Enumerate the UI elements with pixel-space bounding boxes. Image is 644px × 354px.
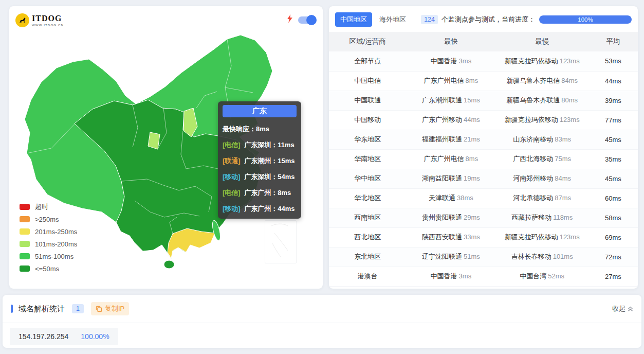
node-latency: 15ms [278,157,295,165]
node-latency: 11ms [278,141,295,149]
cell-average: 72ms [588,247,638,267]
cell-average: 77ms [588,110,638,130]
tooltip-isp-line: [移动] 广东深圳：54ms [223,172,297,182]
tooltip-fastest-line: 最快响应：8ms [223,125,297,134]
cell-region: 华北地区 [329,188,406,208]
node-latency: 54ms [278,173,295,181]
cell-fastest: 贵州贵阳联通29ms [406,208,495,227]
cell-slowest: 中国台湾52ms [496,267,588,286]
copy-ip-button[interactable]: 复制IP [91,302,129,315]
col-slowest: 最慢 [496,32,588,51]
itdog-logo[interactable]: ITDOG WWW.ITDOG.CN [15,13,64,27]
logo-title: ITDOG [32,14,64,23]
node-name: 广东潮州： [244,157,278,165]
legend-label: 101ms-200ms [35,240,77,248]
cell-fastest: 辽宁沈阳联通51ms [406,247,495,267]
isp-tag: [移动] [223,173,241,181]
cell-average: 44ms [588,71,638,91]
latency-legend: 超时 >250ms 201ms-250ms 101ms-200ms 51ms-1… [20,201,77,275]
tab-china-region[interactable]: 中国地区 [335,12,372,27]
toggle-knob [306,15,317,25]
cell-region: 东北地区 [329,247,406,267]
cell-slowest: 西藏拉萨移动118ms [496,208,588,227]
progress-bar: 100% [539,15,632,24]
table-row: 中国联通 广东潮州联通15ms 新疆乌鲁木齐联通80ms 39ms [329,91,638,110]
cell-slowest: 广西北海移动75ms [496,149,588,169]
south-china-sea-inset [265,220,297,263]
legend-item: >250ms [20,213,77,225]
cell-slowest: 河北承德移动87ms [496,188,588,208]
table-row: 西北地区 陕西西安联通33ms 新疆克拉玛依移动123ms 69ms [329,227,638,247]
cell-slowest: 新疆乌鲁木齐电信84ms [496,71,588,91]
province-tooltip: 广东 最快响应：8ms [电信] 广东深圳：11ms [联通] 广东潮州：15m… [218,101,301,219]
col-region: 区域/运营商 [329,32,406,51]
col-average: 平均 [588,32,638,51]
cell-slowest: 山东济南移动83ms [496,130,588,149]
fast-mode-toggle[interactable] [298,16,316,24]
legend-label: 51ms-100ms [35,253,73,260]
chevrons-up-icon [628,306,633,312]
cell-average: 53ms [588,51,638,71]
dns-count-badge: 1 [72,304,84,313]
legend-label: >250ms [35,216,59,223]
isp-tag: [联通] [223,157,241,165]
node-name: 广东广州： [244,205,278,213]
resolved-ip-chip[interactable]: 154.197.26.254 100.00% [10,328,118,345]
table-row: 港澳台 中国香港3ms 中国台湾52ms 27ms [329,267,638,286]
resolved-ip-percent: 100.00% [81,332,109,341]
cell-fastest: 天津联通38ms [406,188,495,208]
tab-overseas-region[interactable]: 海外地区 [379,15,406,24]
map-region-hainan[interactable] [164,260,174,269]
monitor-count-badge: 124 [421,15,438,24]
cell-fastest: 福建福州联通21ms [406,130,495,149]
table-header-row: 区域/运营商 最快 最慢 平均 [329,32,638,51]
dns-stats-panel: 域名解析统计 1 复制IP 收起 154.197.26.254 100.00% [3,295,641,348]
copy-icon [96,306,102,312]
node-latency: 8ms [278,189,291,197]
color-swatch [20,241,30,247]
cell-region: 港澳台 [329,267,406,286]
color-swatch [20,228,30,235]
cell-region: 全部节点 [329,51,406,71]
table-row: 中国移动 广东广州移动44ms 新疆克拉玛依移动123ms 77ms [329,110,638,130]
legend-item: 超时 [20,201,77,213]
tooltip-lines: [电信] 广东深圳：11ms [联通] 广东潮州：15ms [移动] 广东深圳：… [223,140,297,214]
title-accent-bar [11,305,13,313]
cell-average: 39ms [588,91,638,110]
map-region-ningxia[interactable] [148,132,160,149]
isp-tag: [电信] [223,189,241,197]
col-fastest: 最快 [406,32,495,51]
table-row: 华中地区 湖南益阳联通19ms 河南郑州移动84ms 45ms [329,169,638,188]
cell-region: 西南地区 [329,208,406,227]
dns-stats-title: 域名解析统计 [19,304,65,314]
cell-average: 27ms [588,267,638,286]
cell-slowest: 新疆克拉玛依移动123ms [496,227,588,247]
resolved-ip: 154.197.26.254 [19,332,68,341]
cell-average: 69ms [588,227,638,247]
map-region-guangdong-highlight[interactable] [168,228,215,258]
cell-slowest: 吉林长春移动101ms [496,247,588,267]
table-row: 华东地区 福建福州联通21ms 山东济南移动83ms 45ms [329,130,638,149]
cell-slowest: 新疆克拉玛依移动123ms [496,110,588,130]
isp-tag: [移动] [223,205,241,213]
cell-average: 45ms [588,169,638,188]
table-row: 西南地区 贵州贵阳联通29ms 西藏拉萨移动118ms 58ms [329,208,638,227]
legend-label: 201ms-250ms [35,228,77,236]
table-row: 东北地区 辽宁沈阳联通51ms 吉林长春移动101ms 72ms [329,247,638,267]
tooltip-isp-line: [电信] 广东广州：8ms [223,188,297,198]
cell-region: 华南地区 [329,149,406,169]
node-latency: 44ms [278,205,295,213]
cell-fastest: 湖南益阳联通19ms [406,169,495,188]
color-swatch [20,204,30,210]
table-row: 华北地区 天津联通38ms 河北承德移动87ms 60ms [329,188,638,208]
latency-table: 区域/运营商 最快 最慢 平均 全部节点 中国香港3ms 新疆克拉玛依移动123… [329,32,638,287]
collapse-button[interactable]: 收起 [612,304,633,313]
legend-label: <=50ms [35,265,59,273]
table-row: 全部节点 中国香港3ms 新疆克拉玛依移动123ms 53ms [329,51,638,71]
tooltip-isp-line: [移动] 广东广州：44ms [223,204,297,214]
cell-fastest: 中国香港3ms [406,51,495,71]
cell-slowest: 河南郑州移动84ms [496,169,588,188]
cell-average: 58ms [588,208,638,227]
legend-item: 51ms-100ms [20,250,77,262]
latency-table-panel: 中国地区 海外地区 124 个监测点参与测试，当前进度： 100% 区域/运营商… [329,6,638,289]
